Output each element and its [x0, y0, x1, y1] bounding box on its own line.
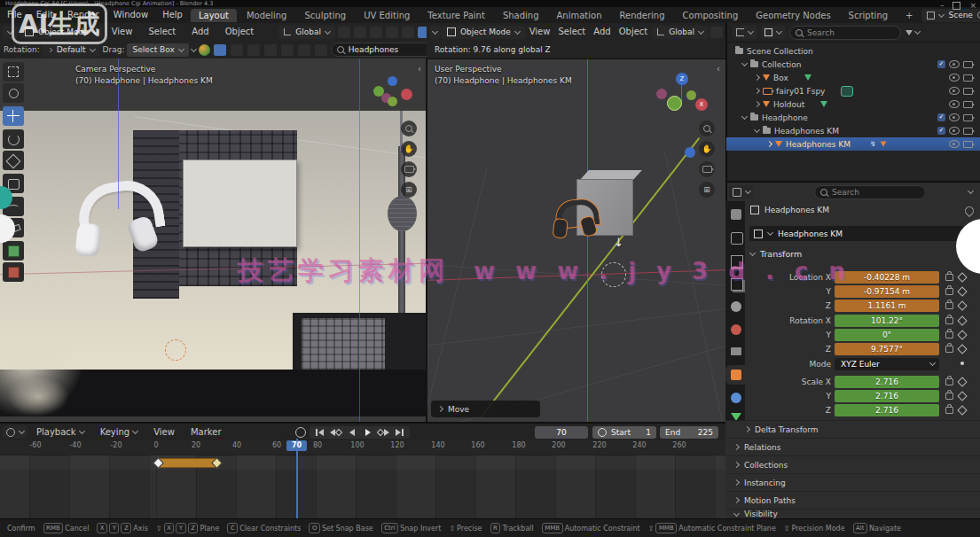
eye-icon[interactable]: [949, 113, 960, 121]
axis-y-ball[interactable]: [667, 96, 682, 111]
maximize-button[interactable]: [953, 2, 960, 10]
zoom-icon[interactable]: [699, 121, 715, 136]
rotation-mode-dropdown[interactable]: XYZ Euler: [835, 358, 939, 370]
pan-hand-icon[interactable]: ✋: [401, 141, 417, 157]
exclude-checkbox[interactable]: ✓: [937, 113, 945, 121]
section-relations[interactable]: Relations: [725, 438, 980, 455]
location-z-field[interactable]: 1.1161 m: [835, 300, 939, 312]
axis-x-ball[interactable]: [401, 89, 412, 100]
playhead-badge[interactable]: 70: [286, 440, 307, 451]
axis-ball[interactable]: [686, 90, 696, 100]
minimize-button[interactable]: –: [940, 1, 945, 10]
tab-layout[interactable]: Layout: [191, 9, 237, 22]
select-mode-extend-icon[interactable]: [231, 44, 243, 56]
zoom-icon[interactable]: [401, 121, 417, 136]
viewport-user[interactable]: ↓ User Perspective (70) Headphone | Head…: [427, 58, 725, 422]
tool-add-primitive[interactable]: [3, 262, 24, 282]
render-visibility-icon[interactable]: [963, 141, 973, 148]
snap-magnet-icon[interactable]: [710, 27, 723, 38]
tab-uv-editing[interactable]: UV Editing: [356, 9, 418, 22]
perspective-toggle-icon[interactable]: ⊞: [401, 182, 417, 198]
headphones-model[interactable]: [71, 177, 159, 272]
snap-magnet-icon[interactable]: [354, 27, 366, 38]
drag-mode-dropdown[interactable]: Select Box: [127, 43, 188, 57]
scale-y-field[interactable]: 2.716: [835, 390, 939, 402]
orientation-dropdown[interactable]: Global: [652, 26, 709, 39]
properties-search[interactable]: Search: [814, 185, 926, 199]
menu-help[interactable]: Help: [155, 7, 190, 23]
menu-object[interactable]: Object: [615, 24, 652, 40]
material-preview-sphere-icon[interactable]: [199, 44, 210, 56]
render-visibility-icon[interactable]: [963, 114, 973, 121]
outliner-row-fairy01-fspy[interactable]: fairy01 Fspy: [726, 84, 980, 97]
expand-icon[interactable]: [754, 74, 760, 81]
display-mode-button[interactable]: [761, 26, 785, 39]
expand-icon[interactable]: [754, 101, 760, 107]
select-mode-invert-icon[interactable]: [264, 44, 277, 56]
menu-select[interactable]: Select: [141, 24, 183, 40]
eye-icon[interactable]: [949, 100, 960, 108]
rotation-y-field[interactable]: 0°: [835, 329, 939, 341]
eye-icon[interactable]: [949, 74, 960, 82]
exclude-checkbox[interactable]: ✓: [937, 60, 945, 68]
play-button[interactable]: [361, 427, 374, 438]
outliner-search[interactable]: Search: [789, 26, 901, 40]
render-visibility-icon[interactable]: [963, 74, 973, 82]
select-mode-set-icon[interactable]: [214, 44, 226, 56]
lock-icon[interactable]: [945, 274, 953, 281]
current-frame-field[interactable]: 70: [535, 426, 588, 439]
jump-to-start-button[interactable]: [313, 427, 326, 438]
tab-texture-paint[interactable]: Texture Paint: [419, 9, 493, 22]
lock-icon[interactable]: [945, 302, 953, 309]
keyframe-channel[interactable]: [0, 455, 725, 470]
start-frame-field[interactable]: Start 1: [592, 426, 656, 439]
rotation-x-field[interactable]: 101.22°: [835, 315, 939, 327]
menu-add[interactable]: Add: [590, 24, 614, 40]
select-mode-subtract-icon[interactable]: [247, 44, 260, 56]
end-frame-field[interactable]: End 225: [660, 426, 718, 439]
axis-ball[interactable]: [656, 89, 667, 99]
tab-scripting[interactable]: Scripting: [841, 9, 896, 22]
menu-keying[interactable]: Keying: [93, 424, 145, 440]
lock-icon[interactable]: [945, 407, 953, 414]
lock-icon[interactable]: [945, 378, 953, 385]
tab-geometry-nodes[interactable]: Geometry Nodes: [748, 9, 838, 22]
toolsettings-icon-6[interactable]: [298, 44, 310, 56]
menu-add[interactable]: Add: [184, 24, 216, 40]
sidebar-toggle-icon[interactable]: ‹: [717, 64, 720, 74]
camera-view-icon[interactable]: [699, 161, 715, 177]
operator-panel[interactable]: Move: [431, 401, 540, 417]
close-button[interactable]: ×: [969, 1, 976, 10]
outliner-row-headphones-km-collection[interactable]: Headphones KM ✓: [726, 124, 980, 137]
tool-cursor[interactable]: [3, 83, 24, 103]
editor-type-button[interactable]: [3, 425, 27, 439]
jump-to-end-button[interactable]: [393, 427, 406, 438]
menu-playback[interactable]: Playback: [29, 424, 91, 440]
section-visibility[interactable]: Visibility: [725, 509, 980, 518]
tab-tool-icon[interactable]: [731, 209, 741, 220]
rotation-z-field[interactable]: 9.7577°: [835, 343, 939, 355]
eye-icon[interactable]: [949, 60, 960, 68]
outliner-row-box[interactable]: Box: [726, 71, 980, 84]
transform-pivot-icon[interactable]: [338, 27, 350, 38]
auto-key-record-icon[interactable]: [295, 427, 306, 438]
editor-type-button[interactable]: [429, 26, 441, 39]
keyframe-range-bar[interactable]: [158, 458, 218, 468]
expand-icon[interactable]: [741, 60, 748, 66]
scene-selector[interactable]: Scene: [921, 9, 980, 22]
sidebar-toggle-icon[interactable]: ‹: [418, 64, 421, 74]
toolsettings-icon-7[interactable]: [315, 44, 327, 56]
render-visibility-icon[interactable]: [963, 61, 973, 68]
camera-view-icon[interactable]: [401, 161, 417, 177]
tab-sculpting[interactable]: Sculpting: [296, 9, 354, 22]
lock-icon[interactable]: [945, 331, 953, 339]
outliner-row-headphones-km-object[interactable]: Headphones KM ↯: [726, 137, 980, 151]
tab-modeling[interactable]: Modeling: [239, 9, 295, 22]
animate-dot-icon[interactable]: [960, 362, 964, 365]
empty-object-marker[interactable]: [165, 339, 186, 361]
tool-move[interactable]: [3, 106, 24, 126]
eye-icon[interactable]: [949, 140, 960, 148]
eye-icon[interactable]: [949, 87, 960, 95]
scale-x-field[interactable]: 2.716: [835, 376, 939, 388]
render-visibility-icon[interactable]: [963, 88, 973, 95]
